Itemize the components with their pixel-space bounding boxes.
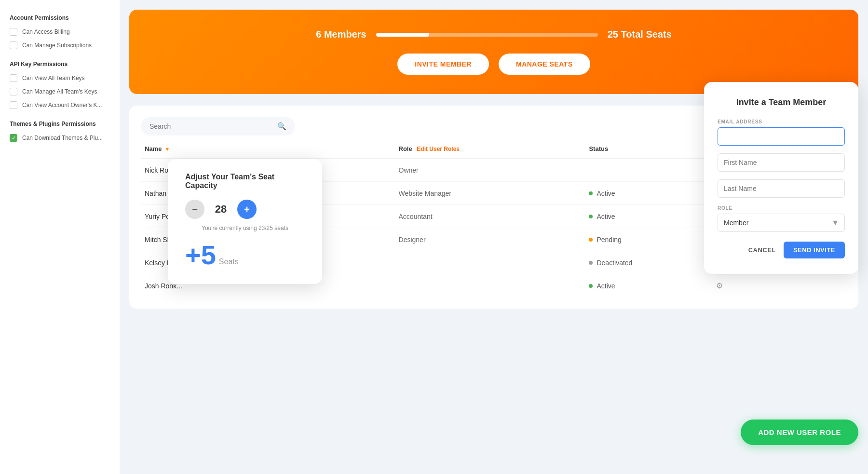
cell-member-status: Active [589, 213, 716, 220]
firstname-form-group [718, 153, 845, 172]
seat-popup-title: Adjust Your Team's Seat Capacity [185, 173, 305, 190]
status-text: Deactivated [597, 259, 632, 267]
total-seats: 25 Total Seats [608, 29, 672, 40]
sidebar: Account PermissionsCan Access BillingCan… [0, 0, 120, 474]
sidebar-item-label: Can View Account Owner's K... [22, 102, 102, 108]
role-form-group: ROLE Member Admin Owner ▼ [718, 205, 845, 232]
invite-actions: CANCEL SEND INVITE [718, 242, 845, 258]
invite-panel-title: Invite a Team Member [718, 97, 845, 108]
role-label: ROLE [718, 205, 845, 211]
seat-capacity-popup: Adjust Your Team's Seat Capacity − 28 + … [168, 159, 322, 284]
sidebar-item-label: Can Download Themes & Plu... [22, 135, 103, 141]
cell-member-role: Owner [399, 166, 589, 174]
seat-delta: +5 Seats [185, 239, 305, 271]
sidebar-item-label: Can View All Team Keys [22, 75, 85, 81]
email-form-group: EMAIL ADDRESS [718, 119, 845, 146]
sidebar-section-title: Themes & Plugins Permissions [10, 121, 110, 127]
status-text: Active [597, 282, 615, 290]
status-dot-active [589, 215, 593, 218]
sidebar-item-label: Can Manage All Team's Keys [22, 88, 97, 95]
seat-controls: − 28 + [185, 200, 305, 219]
status-dot-active [589, 284, 593, 288]
lastname-input[interactable] [718, 179, 845, 198]
cell-member-status: Pending [589, 236, 716, 244]
header-status: Status [589, 145, 716, 152]
send-invite-button[interactable]: SEND INVITE [784, 242, 845, 258]
sidebar-item[interactable]: Can View Account Owner's K... [10, 101, 110, 109]
checkbox[interactable] [10, 41, 17, 49]
checkbox[interactable] [10, 101, 17, 109]
sidebar-item-label: Can Manage Subscriptions [22, 42, 92, 49]
checkbox[interactable] [10, 28, 17, 36]
gear-icon[interactable]: ⚙ [716, 281, 723, 290]
invite-panel: Invite a Team Member EMAIL ADDRESS ROLE … [704, 82, 858, 274]
seats-info: 6 Members 25 Total Seats [158, 29, 829, 40]
sidebar-item[interactable]: Can Manage All Team's Keys [10, 88, 110, 95]
banner-buttons: INVITE MEMBER MANAGE SEATS [397, 54, 590, 75]
search-bar[interactable]: 🔍 [141, 117, 295, 135]
sidebar-section-title: API Key Permissions [10, 61, 110, 68]
seat-delta-number: +5 [185, 239, 216, 271]
checkbox[interactable] [10, 134, 17, 142]
sidebar-item[interactable]: Can Download Themes & Plu... [10, 134, 110, 142]
sidebar-item[interactable]: Can Manage Subscriptions [10, 41, 110, 49]
cell-actions: ⚙ [716, 281, 843, 290]
sort-icon: ▼ [164, 146, 170, 152]
firstname-input[interactable] [718, 153, 845, 172]
role-select[interactable]: Member Admin Owner [718, 214, 845, 232]
seats-progress-bar [376, 33, 598, 37]
cell-member-status: Active [589, 282, 716, 290]
seat-usage-text: You're currently using 23/25 seats [185, 225, 305, 231]
edit-roles-link[interactable]: Edit User Roles [417, 146, 460, 152]
cell-member-role: Designer [399, 236, 589, 244]
status-dot-active [589, 191, 593, 195]
status-text: Active [597, 190, 615, 197]
sidebar-item[interactable]: Can Access Billing [10, 28, 110, 36]
sidebar-item[interactable]: Can View All Team Keys [10, 74, 110, 82]
status-dot-pending [589, 238, 593, 242]
manage-seats-button[interactable]: MANAGE SEATS [499, 54, 590, 75]
add-new-user-role-button[interactable]: ADD NEW USER ROLE [741, 420, 858, 445]
cell-member-role: Website Manager [399, 190, 589, 197]
search-input[interactable] [149, 122, 272, 130]
invite-member-button[interactable]: INVITE MEMBER [397, 54, 489, 75]
cell-member-status: Active [589, 190, 716, 197]
checkbox[interactable] [10, 88, 17, 95]
sidebar-section-title: Account Permissions [10, 14, 110, 21]
status-text: Pending [597, 236, 621, 244]
email-input[interactable] [718, 127, 845, 146]
email-label: EMAIL ADDRESS [718, 119, 845, 124]
header-role: Role Edit User Roles [399, 145, 589, 152]
role-select-wrapper: Member Admin Owner ▼ [718, 214, 845, 232]
members-count: 6 Members [316, 29, 366, 40]
team-banner: 6 Members 25 Total Seats INVITE MEMBER M… [129, 10, 858, 94]
seat-delta-label: Seats [219, 257, 239, 266]
search-icon: 🔍 [277, 122, 286, 131]
checkbox[interactable] [10, 74, 17, 82]
status-dot-deactivated [589, 261, 593, 265]
seats-progress-fill [376, 33, 429, 37]
seat-count: 28 [212, 203, 230, 216]
cancel-button[interactable]: CANCEL [748, 242, 776, 258]
sidebar-item-label: Can Access Billing [22, 28, 70, 35]
header-name: Name ▼ [145, 145, 399, 152]
seat-increase-button[interactable]: + [237, 200, 257, 219]
seat-decrease-button[interactable]: − [185, 200, 204, 219]
cell-member-status: Deactivated [589, 259, 716, 267]
cell-member-role: Accountant [399, 213, 589, 220]
lastname-form-group [718, 179, 845, 198]
status-text: Active [597, 213, 615, 220]
